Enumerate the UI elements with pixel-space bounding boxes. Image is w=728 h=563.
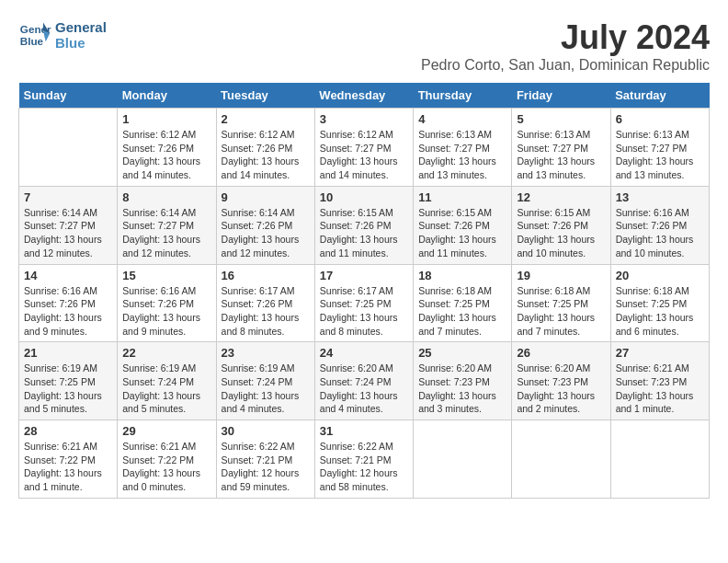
calendar-week-row: 1Sunrise: 6:12 AM Sunset: 7:26 PM Daylig… <box>19 109 710 187</box>
day-number: 13 <box>616 190 704 204</box>
calendar-cell: 5Sunrise: 6:13 AM Sunset: 7:27 PM Daylig… <box>512 109 610 187</box>
day-info: Sunrise: 6:16 AM Sunset: 7:26 PM Dayligh… <box>122 284 210 339</box>
day-info: Sunrise: 6:21 AM Sunset: 7:22 PM Dayligh… <box>24 440 112 494</box>
day-number: 7 <box>24 190 112 204</box>
weekday-header-saturday: Saturday <box>610 83 709 109</box>
calendar-cell: 15Sunrise: 6:16 AM Sunset: 7:26 PM Dayli… <box>118 264 216 342</box>
calendar-cell: 1Sunrise: 6:12 AM Sunset: 7:26 PM Daylig… <box>118 109 216 187</box>
calendar-week-row: 14Sunrise: 6:16 AM Sunset: 7:26 PM Dayli… <box>19 264 710 342</box>
logo-text-blue: Blue <box>55 35 107 51</box>
calendar-cell: 2Sunrise: 6:12 AM Sunset: 7:26 PM Daylig… <box>216 109 314 187</box>
day-info: Sunrise: 6:15 AM Sunset: 7:26 PM Dayligh… <box>418 206 506 260</box>
calendar-week-row: 21Sunrise: 6:19 AM Sunset: 7:25 PM Dayli… <box>19 342 710 420</box>
day-info: Sunrise: 6:18 AM Sunset: 7:25 PM Dayligh… <box>517 284 605 339</box>
day-number: 23 <box>222 346 310 360</box>
calendar-cell <box>610 420 709 499</box>
day-number: 16 <box>222 269 310 282</box>
calendar-cell: 31Sunrise: 6:22 AM Sunset: 7:21 PM Dayli… <box>314 420 413 499</box>
month-title: July 2024 <box>421 18 710 57</box>
day-info: Sunrise: 6:14 AM Sunset: 7:27 PM Dayligh… <box>24 206 112 260</box>
calendar-cell: 12Sunrise: 6:15 AM Sunset: 7:26 PM Dayli… <box>512 186 610 264</box>
calendar-cell: 25Sunrise: 6:20 AM Sunset: 7:23 PM Dayli… <box>414 342 512 420</box>
logo-text-general: General <box>55 19 107 35</box>
day-info: Sunrise: 6:17 AM Sunset: 7:26 PM Dayligh… <box>222 284 310 339</box>
calendar-cell: 18Sunrise: 6:18 AM Sunset: 7:25 PM Dayli… <box>414 264 512 342</box>
day-info: Sunrise: 6:20 AM Sunset: 7:23 PM Dayligh… <box>517 362 605 416</box>
calendar-cell: 9Sunrise: 6:14 AM Sunset: 7:26 PM Daylig… <box>216 186 314 264</box>
day-number: 22 <box>122 346 210 360</box>
day-number: 4 <box>418 112 506 126</box>
day-number: 20 <box>616 269 704 282</box>
day-number: 2 <box>222 112 310 126</box>
logo: General Blue General Blue <box>18 18 107 52</box>
weekday-header-thursday: Thursday <box>414 83 512 109</box>
day-number: 5 <box>517 112 605 126</box>
day-number: 25 <box>418 346 506 360</box>
day-info: Sunrise: 6:16 AM Sunset: 7:26 PM Dayligh… <box>24 284 112 339</box>
day-info: Sunrise: 6:13 AM Sunset: 7:27 PM Dayligh… <box>517 128 605 182</box>
logo-icon: General Blue <box>18 18 51 52</box>
day-info: Sunrise: 6:12 AM Sunset: 7:27 PM Dayligh… <box>320 128 408 182</box>
day-number: 30 <box>222 424 310 438</box>
day-number: 26 <box>517 346 605 360</box>
day-number: 31 <box>320 424 408 438</box>
page-header: General Blue General Blue July 2024 Pedr… <box>18 18 710 74</box>
day-number: 8 <box>122 190 210 204</box>
calendar-cell: 11Sunrise: 6:15 AM Sunset: 7:26 PM Dayli… <box>414 186 512 264</box>
calendar-week-row: 28Sunrise: 6:21 AM Sunset: 7:22 PM Dayli… <box>19 420 710 499</box>
calendar-cell <box>512 420 610 499</box>
calendar-cell: 8Sunrise: 6:14 AM Sunset: 7:27 PM Daylig… <box>118 186 216 264</box>
calendar-cell: 6Sunrise: 6:13 AM Sunset: 7:27 PM Daylig… <box>610 109 709 187</box>
calendar-cell: 23Sunrise: 6:19 AM Sunset: 7:24 PM Dayli… <box>216 342 314 420</box>
calendar-cell: 24Sunrise: 6:20 AM Sunset: 7:24 PM Dayli… <box>314 342 413 420</box>
day-info: Sunrise: 6:14 AM Sunset: 7:27 PM Dayligh… <box>122 206 210 260</box>
day-info: Sunrise: 6:15 AM Sunset: 7:26 PM Dayligh… <box>517 206 605 260</box>
calendar-cell: 17Sunrise: 6:17 AM Sunset: 7:25 PM Dayli… <box>314 264 413 342</box>
day-info: Sunrise: 6:13 AM Sunset: 7:27 PM Dayligh… <box>418 128 506 182</box>
day-number: 3 <box>320 112 408 126</box>
day-info: Sunrise: 6:12 AM Sunset: 7:26 PM Dayligh… <box>222 128 310 182</box>
day-number: 29 <box>122 424 210 438</box>
weekday-header-friday: Friday <box>512 83 610 109</box>
calendar-cell: 13Sunrise: 6:16 AM Sunset: 7:26 PM Dayli… <box>610 186 709 264</box>
location-title: Pedro Corto, San Juan, Dominican Republi… <box>421 57 710 74</box>
weekday-header-wednesday: Wednesday <box>314 83 413 109</box>
calendar-cell: 29Sunrise: 6:21 AM Sunset: 7:22 PM Dayli… <box>118 420 216 499</box>
day-info: Sunrise: 6:18 AM Sunset: 7:25 PM Dayligh… <box>418 284 506 339</box>
calendar-cell: 30Sunrise: 6:22 AM Sunset: 7:21 PM Dayli… <box>216 420 314 499</box>
day-info: Sunrise: 6:16 AM Sunset: 7:26 PM Dayligh… <box>616 206 704 260</box>
day-number: 15 <box>122 269 210 282</box>
svg-text:Blue: Blue <box>20 35 44 47</box>
calendar-cell: 7Sunrise: 6:14 AM Sunset: 7:27 PM Daylig… <box>19 186 118 264</box>
day-number: 18 <box>418 269 506 282</box>
calendar-cell: 28Sunrise: 6:21 AM Sunset: 7:22 PM Dayli… <box>19 420 118 499</box>
calendar-cell: 27Sunrise: 6:21 AM Sunset: 7:23 PM Dayli… <box>610 342 709 420</box>
day-info: Sunrise: 6:14 AM Sunset: 7:26 PM Dayligh… <box>222 206 310 260</box>
calendar-table: SundayMondayTuesdayWednesdayThursdayFrid… <box>18 83 710 499</box>
calendar-cell: 16Sunrise: 6:17 AM Sunset: 7:26 PM Dayli… <box>216 264 314 342</box>
day-number: 11 <box>418 190 506 204</box>
day-number: 14 <box>24 269 112 282</box>
calendar-cell <box>414 420 512 499</box>
day-info: Sunrise: 6:22 AM Sunset: 7:21 PM Dayligh… <box>222 440 310 494</box>
day-number: 9 <box>222 190 310 204</box>
day-info: Sunrise: 6:12 AM Sunset: 7:26 PM Dayligh… <box>122 128 210 182</box>
title-area: July 2024 Pedro Corto, San Juan, Dominic… <box>421 18 710 74</box>
weekday-header-row: SundayMondayTuesdayWednesdayThursdayFrid… <box>19 83 710 109</box>
day-number: 21 <box>24 346 112 360</box>
day-info: Sunrise: 6:19 AM Sunset: 7:25 PM Dayligh… <box>24 362 112 416</box>
day-info: Sunrise: 6:19 AM Sunset: 7:24 PM Dayligh… <box>122 362 210 416</box>
calendar-cell <box>19 109 118 187</box>
day-number: 24 <box>320 346 408 360</box>
day-info: Sunrise: 6:17 AM Sunset: 7:25 PM Dayligh… <box>320 284 408 339</box>
day-info: Sunrise: 6:13 AM Sunset: 7:27 PM Dayligh… <box>616 128 704 182</box>
day-number: 1 <box>122 112 210 126</box>
calendar-cell: 3Sunrise: 6:12 AM Sunset: 7:27 PM Daylig… <box>314 109 413 187</box>
calendar-cell: 10Sunrise: 6:15 AM Sunset: 7:26 PM Dayli… <box>314 186 413 264</box>
weekday-header-tuesday: Tuesday <box>216 83 314 109</box>
calendar-cell: 19Sunrise: 6:18 AM Sunset: 7:25 PM Dayli… <box>512 264 610 342</box>
calendar-week-row: 7Sunrise: 6:14 AM Sunset: 7:27 PM Daylig… <box>19 186 710 264</box>
calendar-cell: 26Sunrise: 6:20 AM Sunset: 7:23 PM Dayli… <box>512 342 610 420</box>
day-number: 6 <box>616 112 704 126</box>
day-number: 10 <box>320 190 408 204</box>
